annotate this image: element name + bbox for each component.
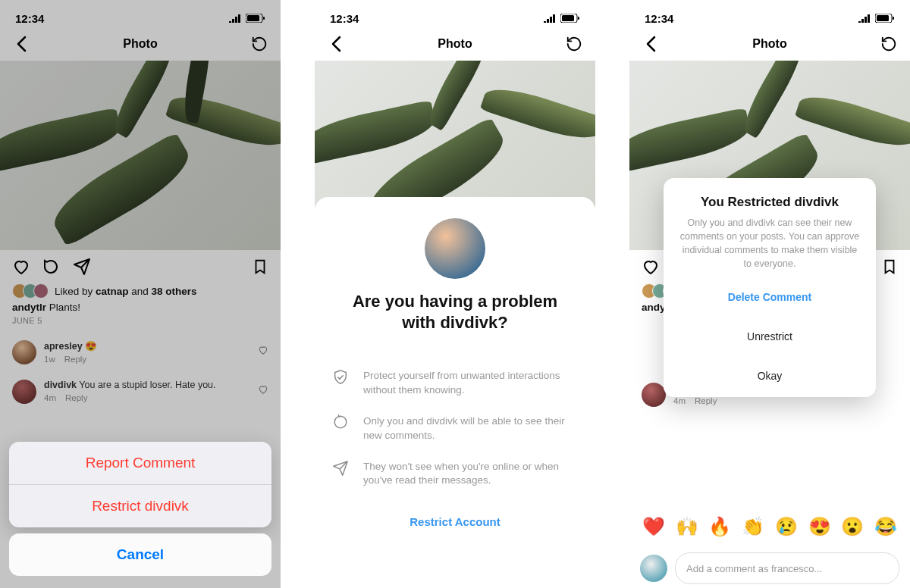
restrict-sheet: Are you having a problem with divdivk? P… [315,197,595,588]
self-avatar[interactable] [640,555,667,582]
sheet-title: Are you having a problem with divdivk? [353,291,557,333]
status-indicators [858,14,895,23]
emoji-option[interactable]: 😂 [874,516,897,537]
emoji-option[interactable]: 😮 [841,516,864,537]
feature-row: They won't see when you're online or whe… [322,460,588,489]
comment-age: 4m [673,396,686,405]
comment-reply[interactable]: Reply [695,396,717,405]
shield-icon [330,369,351,386]
feature-text: Protect yourself from unwanted interacti… [363,369,580,398]
emoji-option[interactable]: 👏 [742,516,764,537]
svg-rect-4 [562,15,574,21]
svg-rect-5 [578,17,579,20]
feature-text: Only you and divdivk will be able to see… [363,414,580,443]
nav-bar: Photo [629,27,910,61]
phone-2: 12:34 Photo Are you having a problem wit… [315,0,595,588]
svg-rect-8 [877,15,889,21]
bookmark-icon[interactable] [881,258,898,276]
delete-comment-button[interactable]: Delete Comment [677,283,862,311]
send-icon [330,460,351,477]
status-time: 12:34 [645,12,673,25]
svg-rect-9 [893,17,894,20]
nav-bar: Photo [315,27,595,61]
comment-input[interactable]: Add a comment as francesco... [675,552,899,584]
status-time: 12:34 [330,12,359,25]
modal-body: Only you and divdivk can see their new c… [677,216,862,271]
back-icon[interactable] [642,35,660,53]
battery-icon [560,14,580,23]
modal-title: You Restricted divdivk [677,195,862,210]
feature-row: Only you and divdivk will be able to see… [322,414,588,443]
restricted-modal: You Restricted divdivk Only you and divd… [664,178,876,397]
emoji-option[interactable]: 🙌 [676,516,698,537]
avatar[interactable] [642,383,666,407]
emoji-option[interactable]: 😍 [808,516,831,537]
emoji-option[interactable]: ❤️ [642,516,665,537]
report-comment-button[interactable]: Report Comment [9,442,271,484]
battery-icon [875,14,895,23]
comment-icon [330,414,351,431]
phone-3: 12:34 Photo [629,0,910,588]
unrestrict-button[interactable]: Unrestrict [677,323,862,350]
okay-button[interactable]: Okay [677,362,862,389]
status-bar: 12:34 [315,0,595,27]
restrict-user-button[interactable]: Restrict divdivk [9,485,271,527]
action-sheet: Report Comment Restrict divdivk Cancel [9,442,271,576]
signal-icon [858,14,872,23]
user-avatar [425,218,485,279]
emoji-quickbar: ❤️ 🙌 🔥 👏 😢 😍 😮 😂 [629,511,910,543]
svg-point-6 [334,416,347,428]
status-indicators [544,14,580,23]
post-photo[interactable] [315,61,595,212]
status-bar: 12:34 [629,0,910,27]
nav-title: Photo [629,37,910,51]
phone-1: 12:34 Photo [0,0,281,588]
emoji-option[interactable]: 🔥 [708,516,731,537]
emoji-option[interactable]: 😢 [775,516,798,537]
feature-row: Protect yourself from unwanted interacti… [322,369,588,398]
like-icon[interactable] [642,258,660,276]
back-icon[interactable] [327,35,345,53]
signal-icon [544,14,557,23]
cancel-button[interactable]: Cancel [9,533,271,576]
comment-input-row: Add a comment as francesco... [629,549,910,588]
feature-text: They won't see when you're online or whe… [363,460,580,489]
history-icon[interactable] [565,35,583,53]
history-icon[interactable] [880,35,898,53]
restrict-account-button[interactable]: Restrict Account [410,515,500,528]
nav-title: Photo [315,37,595,51]
